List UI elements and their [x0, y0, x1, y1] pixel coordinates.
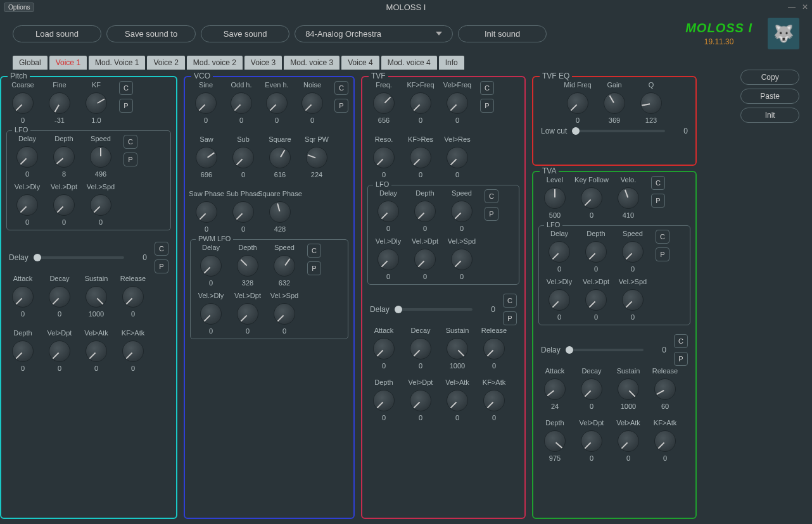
c-button[interactable]: C: [155, 242, 168, 256]
knob-dial[interactable]: [604, 92, 625, 114]
c-button[interactable]: C: [334, 81, 348, 95]
p-button[interactable]: P: [480, 99, 494, 113]
load-sound-button[interactable]: Load sound: [13, 25, 101, 42]
tab-mod-voice-4[interactable]: Mod. voice 4: [381, 56, 437, 70]
knob-dial[interactable]: [232, 201, 254, 223]
knob-dial[interactable]: [301, 92, 323, 114]
c-button[interactable]: C: [124, 135, 137, 149]
knob-dial[interactable]: [16, 146, 38, 168]
knob-dial[interactable]: [414, 249, 436, 270]
knob-dial[interactable]: [447, 390, 468, 411]
c-button[interactable]: C: [119, 81, 133, 95]
p-button[interactable]: P: [651, 194, 665, 208]
knob-dial[interactable]: [377, 249, 399, 270]
knob-dial[interactable]: [373, 147, 395, 168]
c-button[interactable]: C: [480, 81, 494, 95]
knob-dial[interactable]: [410, 92, 431, 114]
knob-dial[interactable]: [196, 147, 217, 168]
knob-dial[interactable]: [49, 92, 70, 114]
lowcut-slider[interactable]: [572, 130, 665, 132]
knob-dial[interactable]: [49, 340, 70, 362]
knob-dial[interactable]: [447, 147, 468, 168]
knob-dial[interactable]: [200, 255, 222, 277]
knob-dial[interactable]: [200, 303, 222, 325]
knob-dial[interactable]: [373, 338, 395, 359]
c-button[interactable]: C: [485, 189, 498, 203]
knob-dial[interactable]: [410, 147, 431, 168]
knob-dial[interactable]: [581, 187, 602, 209]
save-sound-button[interactable]: Save sound: [201, 25, 289, 42]
preset-select[interactable]: 84-Analog Orchestra: [295, 25, 453, 42]
knob-dial[interactable]: [53, 146, 75, 168]
p-button[interactable]: P: [674, 352, 688, 366]
close-icon[interactable]: ✕: [802, 3, 808, 11]
knob-dial[interactable]: [90, 146, 111, 168]
knob-dial[interactable]: [86, 92, 107, 114]
c-button[interactable]: C: [651, 176, 665, 190]
tab-mod-voice-1[interactable]: Mod. Voice 1: [89, 56, 145, 70]
knob-dial[interactable]: [306, 147, 327, 168]
knob-dial[interactable]: [549, 289, 570, 311]
knob-dial[interactable]: [654, 378, 676, 400]
init-sound-button[interactable]: Init sound: [458, 25, 547, 42]
p-button[interactable]: P: [155, 259, 168, 273]
knob-dial[interactable]: [12, 340, 34, 362]
knob-dial[interactable]: [196, 201, 217, 223]
knob-dial[interactable]: [86, 340, 107, 362]
tab-voice-2[interactable]: Voice 2: [147, 56, 184, 70]
p-button[interactable]: P: [503, 311, 517, 325]
p-button[interactable]: P: [124, 153, 137, 166]
knob-dial[interactable]: [414, 201, 436, 222]
knob-dial[interactable]: [544, 187, 566, 209]
knob-dial[interactable]: [231, 92, 252, 114]
knob-dial[interactable]: [274, 255, 295, 277]
knob-dial[interactable]: [618, 187, 639, 209]
p-button[interactable]: P: [485, 207, 498, 221]
knob-dial[interactable]: [237, 255, 258, 277]
knob-dial[interactable]: [12, 92, 34, 114]
knob-dial[interactable]: [585, 241, 607, 263]
knob-dial[interactable]: [451, 201, 473, 222]
knob-dial[interactable]: [53, 194, 75, 216]
c-button[interactable]: C: [674, 334, 688, 348]
save-sound-to-button[interactable]: Save sound to: [106, 25, 196, 42]
knob-dial[interactable]: [373, 92, 395, 114]
tvf-delay-slider[interactable]: [395, 308, 473, 311]
knob-dial[interactable]: [410, 338, 431, 359]
knob-dial[interactable]: [654, 430, 676, 452]
knob-dial[interactable]: [266, 92, 288, 114]
init-button[interactable]: Init: [740, 108, 799, 123]
knob-dial[interactable]: [410, 390, 431, 411]
knob-dial[interactable]: [274, 303, 295, 325]
knob-dial[interactable]: [122, 286, 144, 308]
tab-voice-3[interactable]: Voice 3: [244, 56, 282, 70]
knob-dial[interactable]: [544, 378, 566, 400]
knob-dial[interactable]: [567, 92, 588, 114]
minimize-icon[interactable]: —: [788, 3, 796, 11]
knob-dial[interactable]: [622, 241, 644, 263]
pitch-delay-slider[interactable]: [34, 256, 124, 259]
knob-dial[interactable]: [447, 338, 468, 359]
knob-dial[interactable]: [232, 147, 254, 168]
tab-info[interactable]: Info: [439, 56, 464, 70]
knob-dial[interactable]: [377, 201, 399, 222]
tab-voice-1[interactable]: Voice 1: [49, 56, 87, 70]
tab-voice-4[interactable]: Voice 4: [341, 56, 379, 70]
knob-dial[interactable]: [373, 390, 395, 411]
tab-mod-voice-2[interactable]: Mod. voice 2: [187, 56, 243, 70]
knob-dial[interactable]: [640, 92, 662, 114]
knob-dial[interactable]: [581, 378, 602, 400]
knob-dial[interactable]: [12, 286, 34, 308]
knob-dial[interactable]: [585, 289, 607, 311]
knob-dial[interactable]: [195, 92, 217, 114]
options-button[interactable]: Options: [4, 3, 34, 12]
knob-dial[interactable]: [49, 286, 70, 308]
knob-dial[interactable]: [483, 338, 505, 359]
copy-button[interactable]: Copy: [740, 70, 799, 85]
p-button[interactable]: P: [119, 99, 133, 113]
p-button[interactable]: P: [656, 247, 669, 261]
knob-dial[interactable]: [581, 430, 602, 452]
knob-dial[interactable]: [269, 147, 291, 168]
knob-dial[interactable]: [90, 194, 111, 216]
knob-dial[interactable]: [618, 378, 639, 400]
